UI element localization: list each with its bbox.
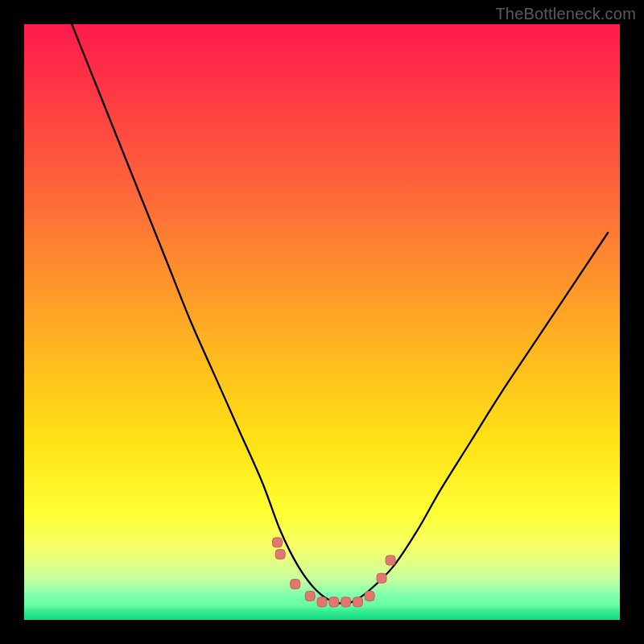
chart-frame: TheBottleneck.com [0,0,644,644]
curve-marker [291,580,300,589]
curve-marker [275,550,285,559]
curve-marker [329,597,339,607]
curve-marker [273,538,283,547]
watermark-text: TheBottleneck.com [495,5,636,23]
curve-layer [24,24,620,620]
curve-marker [365,591,374,601]
bottleneck-curve [72,24,608,604]
curve-marker [353,597,362,607]
marker-group [273,538,396,607]
curve-marker [386,555,395,565]
curve-marker [317,597,327,607]
curve-marker [341,597,351,607]
plot-area [24,24,620,620]
curve-marker [377,573,386,583]
curve-marker [305,591,315,601]
